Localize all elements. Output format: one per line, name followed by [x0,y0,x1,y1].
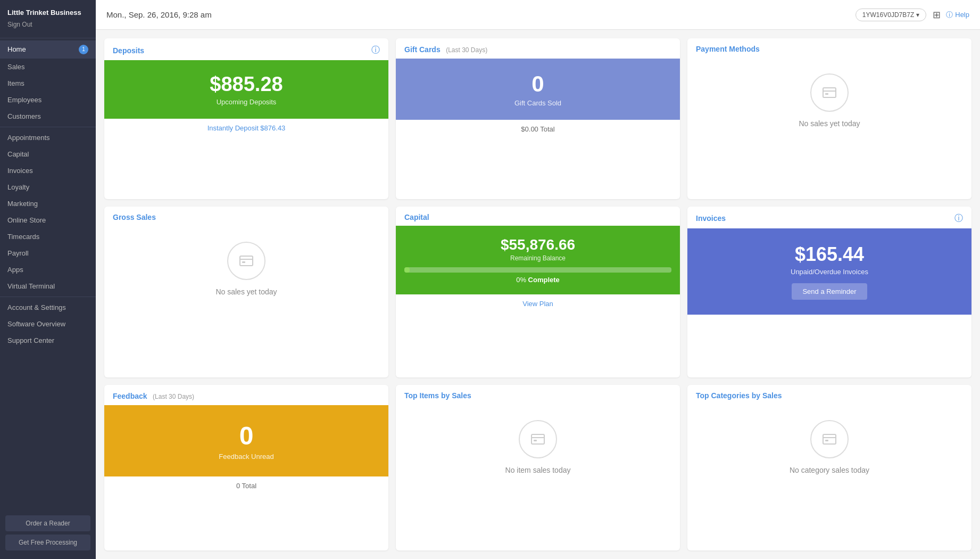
sidebar-item-software-overview[interactable]: Software Overview [0,316,96,332]
deposits-card-header: Deposits ⓘ [104,38,388,60]
feedback-label: Feedback Unread [113,453,380,461]
top-items-no-sales-text: No item sales today [505,466,571,474]
capital-view-plan-link[interactable]: View Plan [396,294,680,313]
sidebar-item-account-settings[interactable]: Account & Settings [0,299,96,316]
sidebar-item-capital[interactable]: Capital [0,146,96,162]
sidebar-item-customers[interactable]: Customers [0,108,96,125]
top-items-title: Top Items by Sales [404,391,471,400]
svg-rect-0 [823,88,836,97]
instant-deposit-link[interactable]: Instantly Deposit $876.43 [104,119,388,137]
gift-cards-label: Gift Cards Sold [404,99,671,107]
gross-sales-title: Gross Sales [113,213,156,221]
sidebar-item-label: Sales [7,63,25,71]
sidebar-item-label: Support Center [7,336,54,344]
svg-rect-9 [823,434,836,444]
capital-card: Capital $55,876.66 Remaining Balance 0% … [396,207,680,378]
sidebar-item-virtual-terminal[interactable]: Virtual Terminal [0,278,96,294]
sidebar-item-label: Account & Settings [7,303,66,311]
deposits-green-block: $885.28 Upcoming Deposits [104,60,388,119]
sidebar-item-label: Payroll [7,249,29,257]
gift-cards-subtitle: (Last 30 Days) [446,46,487,54]
invoices-amount: $165.44 [696,243,963,266]
main-content: Mon., Sep. 26, 2016, 9:28 am 1YW16V0JD7B… [96,0,980,559]
sign-out-link[interactable]: Sign Out [0,21,96,36]
sidebar-item-apps[interactable]: Apps [0,261,96,278]
payment-methods-no-sales-text: No sales yet today [799,119,860,128]
sidebar-item-label: Customers [7,112,41,120]
sidebar-item-marketing[interactable]: Marketing [0,195,96,212]
top-items-header: Top Items by Sales [396,385,680,404]
device-selector[interactable]: 1YW16V0JD7B7Z ▾ [856,9,926,21]
capital-card-header: Capital [396,207,680,226]
top-categories-title: Top Categories by Sales [696,391,782,400]
capital-pct: 0% [516,276,526,284]
payment-methods-title: Payment Methods [696,45,760,53]
svg-rect-2 [825,93,828,95]
capital-label: Remaining Balance [404,254,671,262]
sidebar-item-sales[interactable]: Sales [0,59,96,75]
sidebar-bottom: Order a Reader Get Free Processing [0,510,96,559]
header-right: 1YW16V0JD7B7Z ▾ ⊞ ⓘ Help [856,9,969,21]
capital-title: Capital [404,213,429,221]
device-id: 1YW16V0JD7B7Z [862,11,914,19]
deposits-info-icon[interactable]: ⓘ [371,45,380,56]
sidebar-item-payroll[interactable]: Payroll [0,245,96,261]
svg-rect-11 [825,440,828,441]
help-button[interactable]: ⓘ Help [946,10,969,20]
feedback-card: Feedback (Last 30 Days) 0 Feedback Unrea… [104,385,388,550]
top-categories-placeholder-icon [810,420,849,458]
help-circle-icon: ⓘ [946,10,953,20]
dashboard: Deposits ⓘ $885.28 Upcoming Deposits Ins… [96,30,980,559]
invoices-card: Invoices ⓘ $165.44 Unpaid/Overdue Invoic… [687,207,971,378]
feedback-card-header: Feedback (Last 30 Days) [104,385,388,405]
sidebar-item-home[interactable]: Home 1 [0,40,96,59]
invoices-info-icon[interactable]: ⓘ [954,213,963,224]
payment-methods-header: Payment Methods [687,38,971,57]
sidebar-item-online-store[interactable]: Online Store [0,212,96,228]
sidebar-item-timecards[interactable]: Timecards [0,228,96,245]
deposits-card: Deposits ⓘ $885.28 Upcoming Deposits Ins… [104,38,388,199]
sidebar-item-label: Items [7,79,24,87]
sidebar-item-invoices[interactable]: Invoices [0,162,96,179]
sidebar-item-loyalty[interactable]: Loyalty [0,179,96,195]
deposits-title: Deposits [113,46,144,55]
sidebar-item-label: Loyalty [7,183,29,191]
payment-methods-no-sales: No sales yet today [687,57,971,144]
deposits-amount: $885.28 [113,73,380,96]
sidebar-item-employees[interactable]: Employees [0,92,96,108]
sidebar-item-label: Apps [7,266,23,274]
gift-cards-header: Gift Cards (Last 30 Days) [396,38,680,59]
grid-icon[interactable]: ⊞ [933,9,941,21]
capital-progress-bar [404,267,671,273]
feedback-count: 0 [113,421,380,450]
feedback-total: 0 Total [104,476,388,495]
sidebar-item-label: Invoices [7,167,33,175]
top-items-card: Top Items by Sales No item sales today [396,385,680,550]
gross-sales-no-sales-text: No sales yet today [215,287,277,296]
sidebar-item-appointments[interactable]: Appointments [0,129,96,146]
header-icons: ⊞ ⓘ Help [933,9,969,21]
invoices-label: Unpaid/Overdue Invoices [696,268,963,276]
top-categories-card: Top Categories by Sales No category sale… [687,385,971,550]
sidebar-item-label: Software Overview [7,320,65,328]
sidebar-item-support-center[interactable]: Support Center [0,332,96,349]
sidebar-item-label: Virtual Terminal [7,282,55,290]
send-reminder-button[interactable]: Send a Reminder [792,283,867,300]
help-label: Help [955,11,969,19]
gift-cards-card: Gift Cards (Last 30 Days) 0 Gift Cards S… [396,38,680,199]
gross-sales-placeholder-icon [227,242,265,280]
sidebar-item-label: Marketing [7,200,38,208]
sidebar-item-label: Home [7,45,26,53]
capital-green-block: $55,876.66 Remaining Balance 0% Complete [396,226,680,294]
sidebar-item-items[interactable]: Items [0,75,96,92]
feedback-subtitle: (Last 30 Days) [153,393,194,400]
free-processing-button[interactable]: Get Free Processing [5,535,90,550]
invoices-card-header: Invoices ⓘ [687,207,971,228]
feedback-title: Feedback [113,392,147,400]
capital-complete-label: Complete [528,276,560,284]
order-reader-button[interactable]: Order a Reader [5,515,90,531]
top-categories-header: Top Categories by Sales [687,385,971,404]
gift-cards-total: $0.00 Total [396,120,680,138]
svg-rect-5 [242,261,245,263]
gift-cards-title: Gift Cards (Last 30 Days) [404,45,487,54]
